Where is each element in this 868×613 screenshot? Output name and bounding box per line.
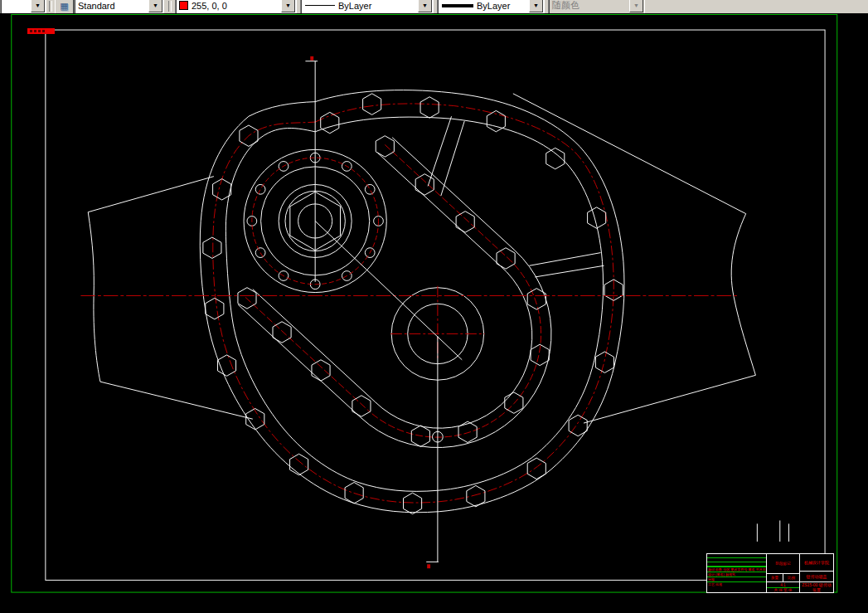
drawing-number: ZS15-00 链传动装置 [800,582,833,592]
part-name: 链传动箱盖 [800,572,833,582]
tag-mark [42,30,45,32]
layer-combo[interactable]: ▼ [0,0,46,13]
housing-outer-contour [200,90,624,513]
housing-inner-contour [225,117,603,491]
model-space-canvas[interactable] [0,13,868,613]
approve-row: 工艺 批准 [707,581,766,586]
toolbar-separator [49,1,52,12]
scale-value: 4:1 [767,582,799,588]
plotstyle-combo: 随颜色 ▼ [548,0,645,13]
title-block-revision-table: 标记 处数 分区 更改文件号 签名 年月日 设计 (签名) 标准化 审核 工艺 … [707,554,767,592]
mass-cell: 质量 [767,574,783,581]
chevron-down-icon[interactable]: ▼ [148,0,162,12]
chevron-down-icon[interactable]: ▼ [418,0,432,12]
toolbar-separator [168,1,172,12]
text-style-button[interactable]: ▦ [55,0,74,13]
cad-application-window: { "toolbar": { "layer_combo": {"value": … [0,0,868,613]
title-block-extension-lines [757,520,788,541]
organization-name: 机械设计学院 [800,554,833,572]
stage-mark-cell: 阶段标记 [767,554,799,574]
tag-mark [38,30,41,32]
drawing-frame [46,30,825,580]
color-swatch [179,1,188,10]
revision-grid [707,554,766,567]
chevron-down-icon[interactable]: ▼ [529,0,543,12]
title-block-right: 机械设计学院 链传动箱盖 ZS15-00 链传动装置 [800,554,833,592]
text-style-icon: ▦ [60,2,68,11]
tag-mark [30,30,32,32]
top-toolbar: ▼ ▦ Standard ▼ 255, 0, 0 ▼ ByLayer ▼ ByL… [0,0,868,13]
color-combo[interactable]: 255, 0, 0 ▼ [175,0,297,13]
red-annotation-tag[interactable] [27,28,55,34]
linetype-sample [305,5,335,6]
revision-header: 标记 处数 分区 更改文件号 签名 年月日 [707,567,766,572]
color-combo-value: 255, 0, 0 [188,1,280,11]
scale-cell: 比例 [783,574,799,581]
chevron-down-icon[interactable]: ▼ [31,0,45,12]
style-combo[interactable]: Standard ▼ [74,0,164,13]
lineweight-sample [442,4,473,7]
paper-border [12,14,837,592]
rib-spokes [428,116,604,277]
chevron-down-icon: ▼ [629,0,643,12]
linetype-combo-value: ByLayer [335,1,417,11]
left-wing [88,177,253,420]
chevron-down-icon[interactable]: ▼ [281,0,295,12]
tag-mark [34,30,36,32]
cad-drawing [0,13,868,613]
linetype-combo[interactable]: ByLayer ▼ [300,0,434,13]
chain-hex-bolts [238,136,549,447]
chain-pitch-line [245,144,541,437]
style-combo-value: Standard [75,1,148,11]
sheet-count: 共 张 第 张 [767,588,799,592]
lineweight-combo-value: ByLayer [473,1,528,11]
right-wing [513,94,756,423]
lineweight-combo[interactable]: ByLayer ▼ [437,0,545,13]
title-block: 标记 处数 分区 更改文件号 签名 年月日 设计 (签名) 标准化 审核 工艺 … [706,553,834,593]
title-block-middle: 阶段标记 质量 比例 4:1 共 张 第 张 [767,554,800,592]
plotstyle-combo-value: 随颜色 [549,0,628,12]
